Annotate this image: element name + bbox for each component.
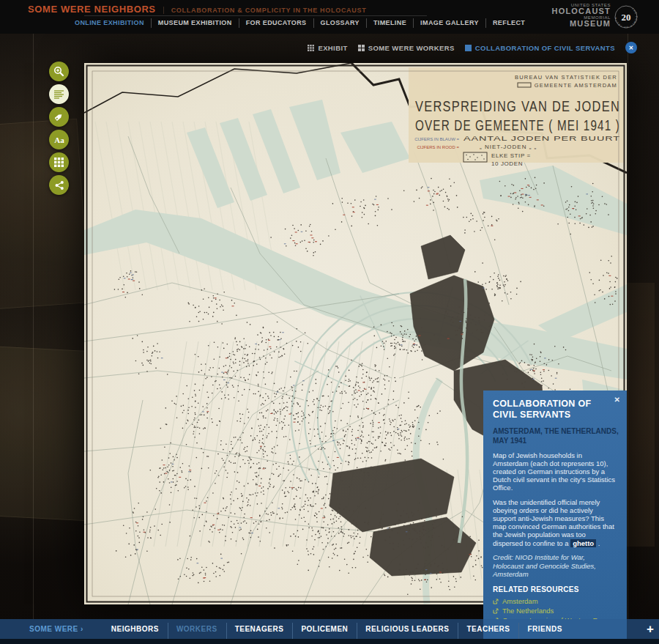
- external-link-icon: [493, 599, 499, 604]
- related-resources-list: Amsterdam The Netherlands German Invasio…: [493, 596, 617, 619]
- external-link-icon: [493, 608, 499, 614]
- bottom-nav-prefix[interactable]: SOME WERE ›: [29, 625, 83, 633]
- panel-paragraph-2-end: .: [596, 539, 600, 547]
- nav-for-educators[interactable]: FOR EDUCATORS: [239, 18, 313, 28]
- nav-timeline[interactable]: TIMELINE: [366, 18, 413, 28]
- map-bureau-line2: GEMEENTE AMSTERDAM: [535, 82, 617, 89]
- square-icon: [465, 45, 472, 51]
- site-header: SOME WERE NEIGHBORS COLLABORATION & COMP…: [0, 0, 659, 34]
- text-size-button[interactable]: Aa: [49, 130, 69, 149]
- bottom-nav-workers[interactable]: WORKERS: [168, 619, 226, 639]
- resource-link-label: The Netherlands: [502, 606, 554, 615]
- related-resources-heading: RELATED RESOURCES: [493, 585, 617, 593]
- zoom-in-icon: [53, 66, 64, 77]
- nav-image-gallery[interactable]: IMAGE GALLERY: [413, 18, 485, 28]
- glossary-term-ghetto[interactable]: ghetto: [570, 539, 596, 547]
- expand-button[interactable]: +: [647, 619, 654, 639]
- bottom-nav-teenagers[interactable]: TEENAGERS: [226, 619, 293, 639]
- panel-credit: Credit: NIOD Institute for War, Holocaus…: [493, 553, 617, 580]
- ushmm-logo[interactable]: UNITED STATES HOLOCAUST MEMORIAL MUSEUM: [552, 3, 611, 29]
- breadcrumb: EXHIBIT SOME WERE WORKERS COLLABORATION …: [308, 42, 637, 53]
- site-subtitle: COLLABORATION & COMPLICITY IN THE HOLOCA…: [163, 7, 367, 14]
- panel-subtitle: AMSTERDAM, THE NETHERLANDS, MAY 1941: [493, 426, 619, 445]
- map-legend-blue-prefix: CIJFERS IN BLAUW =: [414, 137, 459, 141]
- header-divider: [84, 15, 427, 16]
- breadcrumb-exhibit-label: EXHIBIT: [318, 44, 347, 52]
- map-legend-blue-text: AANTAL JODEN PER BUURT: [463, 135, 620, 142]
- page: SOME WERE NEIGHBORS COLLABORATION & COMP…: [0, 0, 659, 644]
- tags-button[interactable]: [49, 107, 69, 127]
- nav-reflect[interactable]: REFLECT: [485, 18, 532, 28]
- breadcrumb-current-label: COLLABORATION OF CIVIL SERVANTS: [475, 44, 615, 52]
- background-document: [0, 119, 90, 310]
- bottom-nav-neighbors[interactable]: NEIGHBORS: [103, 619, 168, 639]
- breadcrumb-exhibit[interactable]: EXHIBIT: [308, 44, 347, 52]
- info-panel: ✕ COLLABORATION OF CIVIL SERVANTS AMSTER…: [483, 391, 627, 619]
- grid-4-icon: [358, 45, 365, 51]
- page-bottom-strip: [0, 639, 659, 644]
- nav-glossary[interactable]: GLOSSARY: [313, 18, 366, 28]
- share-button[interactable]: [49, 175, 69, 195]
- svg-text:20: 20: [622, 12, 631, 23]
- breadcrumb-workers-label: SOME WERE WORKERS: [368, 44, 455, 52]
- zoom-in-button[interactable]: [49, 62, 69, 81]
- breadcrumb-close-button[interactable]: ✕: [625, 42, 637, 53]
- map-title-line1: VERSPREIDING VAN DE JODEN: [415, 98, 620, 114]
- grid-9-icon: [308, 45, 314, 51]
- frame-line-right: [628, 34, 628, 619]
- bottom-nav-items: SOME WERE › NEIGHBORS WORKERS TEENAGERS …: [0, 619, 659, 639]
- font-size-icon: Aa: [53, 135, 65, 145]
- anniversary-badge-icon: THE POWER OF TRUTH 20: [614, 4, 638, 29]
- tag-icon: [53, 111, 64, 122]
- nav-museum-exhibition[interactable]: MUSEUM EXHIBITION: [151, 18, 239, 28]
- site-title[interactable]: SOME WERE NEIGHBORS: [28, 4, 156, 15]
- map-legend-dot-line2: 10 JODEN: [491, 160, 523, 167]
- resource-link-netherlands[interactable]: The Netherlands: [493, 606, 617, 615]
- map-title-line2: OVER DE GEMEENTE ( MEI 1941 ): [415, 117, 620, 133]
- map-bureau-line1: BUREAU VAN STATISTIEK DER: [515, 74, 617, 81]
- frame-line-left: [33, 34, 34, 619]
- bottom-nav-religious-leaders[interactable]: RELIGIOUS LEADERS: [357, 619, 458, 639]
- map-toolbar: Aa: [49, 62, 69, 195]
- map-legend-red-text: „ NIET-JODEN „ „: [480, 144, 537, 150]
- map-legend-dot-line1: ELKE STIP =: [491, 152, 531, 159]
- breadcrumb-current[interactable]: COLLABORATION OF CIVIL SERVANTS: [465, 44, 615, 52]
- bottom-nav-teachers[interactable]: TEACHERS: [458, 619, 518, 639]
- panel-paragraph-2: Was the unidentified official merely obe…: [493, 498, 617, 547]
- map-legend-red-prefix: CIJFERS IN ROOD =: [417, 145, 459, 149]
- logo-line-4: MUSEUM: [552, 20, 611, 28]
- logo-line-2: HOLOCAUST: [552, 7, 611, 15]
- transcript-button[interactable]: [49, 84, 69, 104]
- bottom-nav-policemen[interactable]: POLICEMEN: [292, 619, 357, 639]
- svg-text:Aa: Aa: [54, 136, 64, 144]
- resource-link-label: Amsterdam: [502, 596, 538, 606]
- grid-view-button[interactable]: [49, 152, 69, 172]
- grid-icon: [54, 158, 64, 167]
- panel-paragraph-1: Map of Jewish households in Amsterdam (e…: [493, 451, 617, 492]
- text-lines-icon: [53, 89, 64, 100]
- bottom-nav-friends[interactable]: FRIENDS: [518, 619, 570, 639]
- breadcrumb-some-were-workers[interactable]: SOME WERE WORKERS: [358, 44, 455, 52]
- main-nav: ONLINE EXHIBITION MUSEUM EXHIBITION FOR …: [68, 18, 532, 28]
- resource-link-amsterdam[interactable]: Amsterdam: [493, 596, 617, 606]
- bottom-nav: SOME WERE › NEIGHBORS WORKERS TEENAGERS …: [0, 619, 659, 639]
- panel-title: COLLABORATION OF CIVIL SERVANTS: [493, 399, 610, 421]
- share-icon: [54, 180, 64, 190]
- brand-row: SOME WERE NEIGHBORS COLLABORATION & COMP…: [28, 4, 366, 15]
- panel-close-button[interactable]: ✕: [614, 396, 620, 404]
- nav-online-exhibition[interactable]: ONLINE EXHIBITION: [68, 18, 151, 28]
- map-title-block: BUREAU VAN STATISTIEK DER GEMEENTE AMSTE…: [409, 67, 624, 167]
